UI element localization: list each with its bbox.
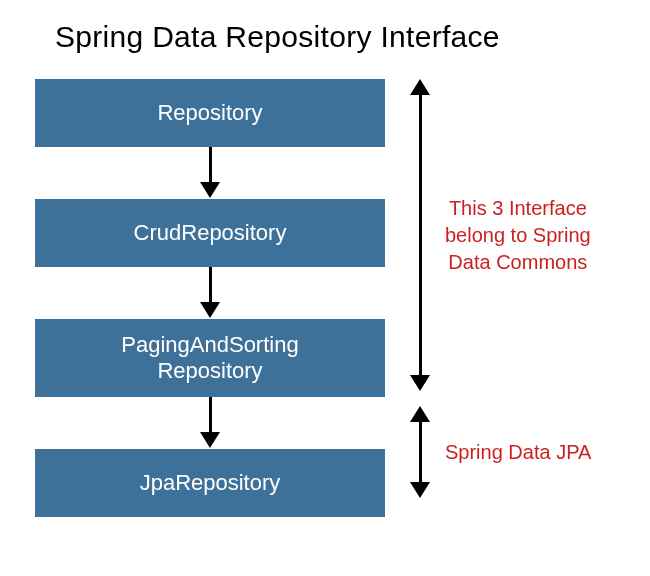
box-crud-repository: CrudRepository [35, 199, 385, 267]
box-text-line: PagingAndSorting [121, 332, 298, 358]
arrow-down-icon [200, 147, 220, 199]
double-arrow-icon [410, 406, 430, 498]
bracket-spring-data-commons: This 3 Interface belong to Spring Data C… [410, 79, 591, 391]
hierarchy-column: Repository CrudRepository PagingAndSorti… [35, 79, 385, 517]
bracket-spring-data-jpa: Spring Data JPA [410, 406, 591, 498]
double-arrow-icon [410, 79, 430, 391]
annotations-column: This 3 Interface belong to Spring Data C… [410, 79, 591, 517]
box-paging-sorting-repository: PagingAndSorting Repository [35, 319, 385, 397]
box-jpa-repository: JpaRepository [35, 449, 385, 517]
annotation-line: belong to Spring [445, 224, 591, 246]
diagram-body: Repository CrudRepository PagingAndSorti… [35, 79, 630, 517]
arrow-down-icon [200, 267, 220, 319]
annotation-spring-data-jpa: Spring Data JPA [445, 439, 591, 466]
annotation-line: This 3 Interface [449, 197, 587, 219]
diagram-title: Spring Data Repository Interface [55, 20, 630, 54]
annotation-spring-data-commons: This 3 Interface belong to Spring Data C… [445, 195, 591, 276]
box-repository: Repository [35, 79, 385, 147]
arrow-down-icon [200, 397, 220, 449]
box-text-line: Repository [157, 358, 262, 384]
annotation-line: Data Commons [448, 251, 587, 273]
